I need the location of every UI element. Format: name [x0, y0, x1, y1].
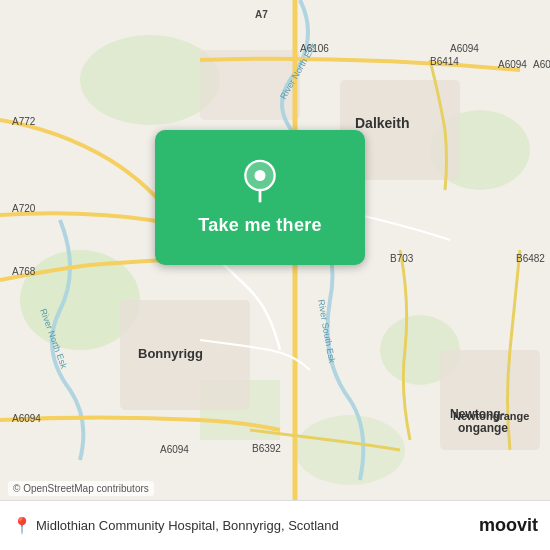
svg-text:A6094: A6094: [450, 43, 479, 54]
svg-text:A6094: A6094: [498, 59, 527, 70]
svg-text:A772: A772: [12, 116, 36, 127]
svg-text:B703: B703: [390, 253, 414, 264]
svg-point-34: [255, 170, 266, 181]
svg-text:B6414: B6414: [430, 56, 459, 67]
location-description: Midlothian Community Hospital, Bonnyrigg…: [36, 518, 339, 533]
svg-text:A7: A7: [255, 9, 268, 20]
osm-attribution: © OpenStreetMap contributors: [8, 481, 154, 496]
svg-text:A6094: A6094: [533, 59, 550, 70]
take-me-there-button[interactable]: Take me there: [155, 130, 365, 265]
svg-text:B6482: B6482: [516, 253, 545, 264]
svg-text:A720: A720: [12, 203, 36, 214]
svg-point-6: [295, 415, 405, 485]
take-me-there-label: Take me there: [198, 215, 322, 236]
moovit-brand-text: moovit: [479, 515, 538, 536]
svg-rect-9: [440, 350, 540, 450]
svg-text:B6392: B6392: [252, 443, 281, 454]
svg-text:A6094: A6094: [160, 444, 189, 455]
svg-text:A6094: A6094: [12, 413, 41, 424]
map-container: A7 A6106 A6094 B6414 A6094 A772 A720 A76…: [0, 0, 550, 500]
svg-text:Bonnyrigg: Bonnyrigg: [138, 346, 203, 361]
location-pin-emoji: 📍: [12, 516, 32, 535]
svg-text:ongange: ongange: [458, 421, 508, 435]
location-info: 📍 Midlothian Community Hospital, Bonnyri…: [12, 516, 479, 535]
location-pin-icon: [238, 159, 282, 203]
svg-text:Dalkeith: Dalkeith: [355, 115, 409, 131]
svg-text:Newtongrange: Newtongrange: [453, 410, 529, 422]
svg-text:A768: A768: [12, 266, 36, 277]
moovit-logo[interactable]: moovit: [479, 515, 538, 536]
svg-point-5: [80, 35, 220, 125]
bottom-bar: 📍 Midlothian Community Hospital, Bonnyri…: [0, 500, 550, 550]
